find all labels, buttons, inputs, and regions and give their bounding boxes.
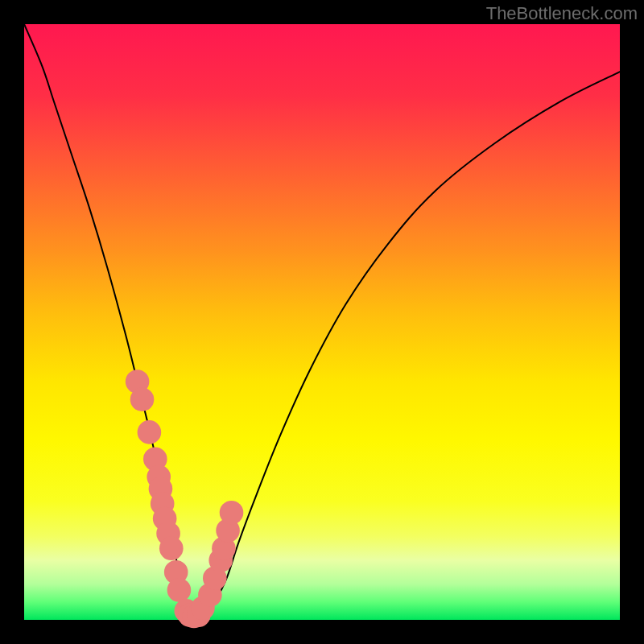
marker-dot (220, 501, 244, 525)
watermark-label: TheBottleneck.com (486, 3, 638, 24)
chart-frame: TheBottleneck.com (0, 0, 644, 644)
chart-svg (24, 24, 620, 620)
bottleneck-curve (24, 24, 620, 620)
marker-cluster (126, 369, 244, 628)
marker-dot (167, 578, 192, 602)
marker-dot (159, 536, 184, 560)
marker-dot (130, 387, 155, 411)
marker-dot (138, 420, 162, 444)
